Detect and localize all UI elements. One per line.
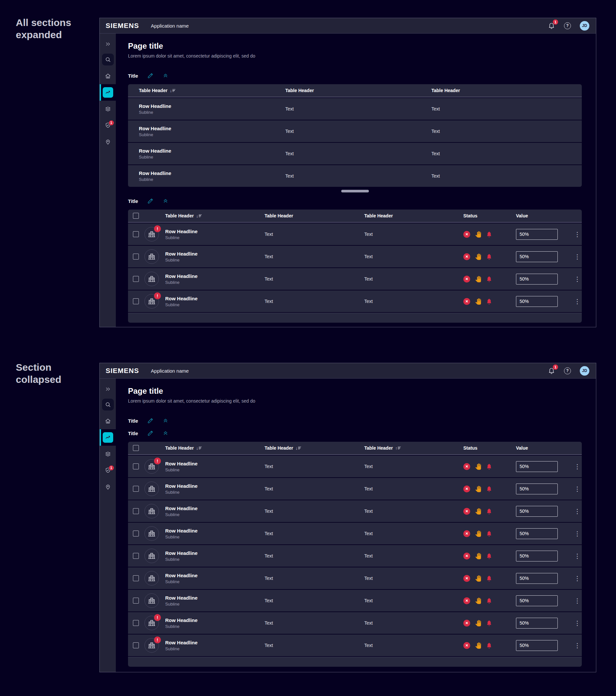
column-header[interactable]: Value xyxy=(516,213,573,218)
value-input[interactable] xyxy=(516,251,558,262)
row-checkbox[interactable] xyxy=(133,276,139,282)
row-checkbox[interactable] xyxy=(133,553,139,559)
help-button[interactable]: ? xyxy=(564,367,571,374)
sidebar-expand-button[interactable] xyxy=(100,382,116,396)
edit-title-button[interactable] xyxy=(147,417,154,424)
sidebar-item-chart[interactable] xyxy=(100,429,116,446)
sidebar-item-search[interactable] xyxy=(100,51,116,68)
kebab-menu-button[interactable]: ⋮ xyxy=(573,575,582,582)
user-avatar[interactable]: JD xyxy=(580,21,589,31)
kebab-menu-button[interactable]: ⋮ xyxy=(573,598,582,604)
value-input[interactable] xyxy=(516,618,558,629)
edit-title-button[interactable] xyxy=(147,73,154,79)
help-button[interactable]: ? xyxy=(564,22,571,29)
row-checkbox[interactable] xyxy=(133,486,139,492)
kebab-menu-button[interactable]: ⋮ xyxy=(573,620,582,626)
value-input[interactable] xyxy=(516,229,558,240)
table-row[interactable]: Row Headline Subline Text Text ✕ ⋮ xyxy=(128,590,582,612)
notifications-button[interactable]: 1 xyxy=(548,22,555,29)
column-header[interactable]: Table Header ↓ xyxy=(265,445,364,450)
collapse-section-button[interactable] xyxy=(163,430,168,436)
sidebar-item-shield[interactable]: 1 xyxy=(100,117,116,133)
value-input[interactable] xyxy=(516,296,558,307)
kebab-menu-button[interactable]: ⋮ xyxy=(573,531,582,537)
kebab-menu-button[interactable]: ⋮ xyxy=(573,553,582,559)
kebab-menu-button[interactable]: ⋮ xyxy=(573,276,582,282)
value-input[interactable] xyxy=(516,484,558,494)
table-row[interactable]: Row Headline Subline Text Text xyxy=(128,165,582,187)
user-avatar[interactable]: JD xyxy=(580,366,589,376)
table-row[interactable]: Row Headline Subline Text Text ✕ ⋮ xyxy=(128,500,582,522)
table-row[interactable]: Row Headline Subline Text Text ✕ ⋮ xyxy=(128,268,582,290)
row-checkbox[interactable] xyxy=(133,254,139,259)
column-header[interactable]: Table Header ↑ xyxy=(364,445,463,450)
value-input[interactable] xyxy=(516,551,558,561)
collapse-section-button[interactable] xyxy=(163,198,168,204)
edit-title-button[interactable] xyxy=(147,430,154,437)
sidebar-item-location[interactable] xyxy=(100,478,116,495)
value-input[interactable] xyxy=(516,573,558,584)
sidebar-item-home[interactable] xyxy=(100,68,116,84)
table-row[interactable]: Row Headline Subline Text Text xyxy=(128,143,582,164)
kebab-menu-button[interactable]: ⋮ xyxy=(573,643,582,649)
table-row[interactable]: Row Headline Subline Text Text ✕ ⋮ xyxy=(128,478,582,500)
sidebar-item-layers[interactable] xyxy=(100,101,116,117)
sidebar-expand-button[interactable] xyxy=(100,37,116,51)
sidebar-item-home[interactable] xyxy=(100,413,116,429)
sidebar-item-layers[interactable] xyxy=(100,446,116,462)
column-header[interactable]: Table Header ↓ xyxy=(128,88,285,93)
table-row[interactable]: Row Headline Subline Text Text ✕ ⋮ xyxy=(128,567,582,589)
row-checkbox[interactable] xyxy=(133,643,139,648)
row-checkbox[interactable] xyxy=(133,620,139,626)
table-row[interactable]: ! Row Headline Subline Text Text ✕ ⋮ xyxy=(128,456,582,477)
column-header[interactable]: Status xyxy=(463,213,516,218)
kebab-menu-button[interactable]: ⋮ xyxy=(573,254,582,260)
sidebar-item-location[interactable] xyxy=(100,133,116,150)
kebab-menu-button[interactable]: ⋮ xyxy=(573,463,582,470)
kebab-menu-button[interactable]: ⋮ xyxy=(573,298,582,304)
expand-section-button[interactable] xyxy=(163,418,168,424)
column-header[interactable]: Table Header xyxy=(431,88,582,93)
table-row[interactable]: ! Row Headline Subline Text Text ✕ ⋮ xyxy=(128,223,582,245)
row-checkbox[interactable] xyxy=(133,531,139,537)
value-input[interactable] xyxy=(516,640,558,651)
column-header[interactable]: Status xyxy=(463,445,516,450)
table-row[interactable]: ! Row Headline Subline Text Text ✕ ⋮ xyxy=(128,634,582,656)
value-input[interactable] xyxy=(516,274,558,285)
column-header[interactable]: Value xyxy=(516,445,573,450)
sidebar-item-search[interactable] xyxy=(100,396,116,413)
column-header[interactable]: Table Header xyxy=(285,88,431,93)
table-row[interactable]: Row Headline Subline Text Text xyxy=(128,98,582,120)
row-checkbox[interactable] xyxy=(133,575,139,581)
column-header[interactable]: Table Header xyxy=(265,213,364,218)
row-checkbox[interactable] xyxy=(133,598,139,604)
collapse-section-button[interactable] xyxy=(163,73,168,79)
notifications-button[interactable]: 1 xyxy=(548,367,555,374)
select-all-checkbox[interactable] xyxy=(133,445,139,451)
table-row[interactable]: Row Headline Subline Text Text xyxy=(128,121,582,142)
kebab-menu-button[interactable]: ⋮ xyxy=(573,231,582,237)
kebab-menu-button[interactable]: ⋮ xyxy=(573,508,582,515)
table-row[interactable]: Row Headline Subline Text Text ✕ ⋮ xyxy=(128,523,582,544)
row-checkbox[interactable] xyxy=(133,508,139,514)
select-all-checkbox[interactable] xyxy=(133,213,139,219)
value-input[interactable] xyxy=(516,595,558,606)
value-input[interactable] xyxy=(516,528,558,539)
row-checkbox[interactable] xyxy=(133,463,139,469)
edit-title-button[interactable] xyxy=(147,198,154,204)
table-row[interactable]: ! Row Headline Subline Text Text ✕ ⋮ xyxy=(128,290,582,312)
table-row[interactable]: ! Row Headline Subline Text Text ✕ ⋮ xyxy=(128,612,582,634)
column-header[interactable]: Table Header xyxy=(364,213,463,218)
column-header[interactable]: Table Header ↓ xyxy=(144,213,265,218)
sidebar-item-chart[interactable] xyxy=(100,84,116,101)
kebab-menu-button[interactable]: ⋮ xyxy=(573,486,582,492)
section-resize-handle[interactable] xyxy=(341,190,369,192)
column-header[interactable]: Table Header ↓ xyxy=(144,445,265,450)
row-checkbox[interactable] xyxy=(133,231,139,237)
sidebar-item-shield[interactable]: 1 xyxy=(100,462,116,478)
table-row[interactable]: Row Headline Subline Text Text ✕ ⋮ xyxy=(128,545,582,567)
value-input[interactable] xyxy=(516,506,558,517)
row-checkbox[interactable] xyxy=(133,298,139,304)
table-row[interactable]: Row Headline Subline Text Text ✕ ⋮ xyxy=(128,246,582,267)
value-input[interactable] xyxy=(516,461,558,472)
